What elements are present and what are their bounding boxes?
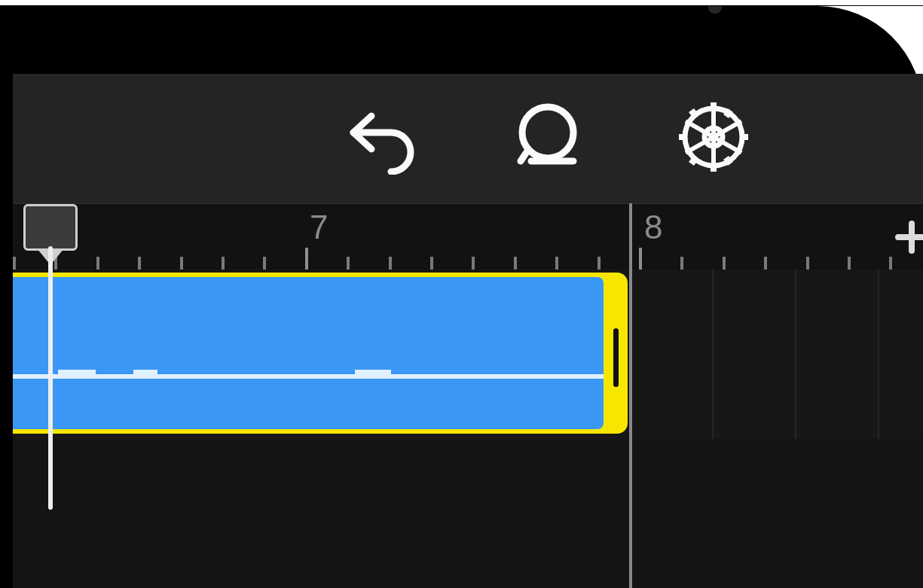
ruler-ticks [13, 204, 923, 270]
ruler-tick-minor [430, 257, 433, 270]
ruler-tick-major [305, 248, 308, 270]
phone-bezel: 78 + [0, 6, 923, 588]
ruler-tick-minor [889, 257, 892, 270]
ruler-tick-minor [13, 257, 16, 270]
ruler-tick-minor [96, 257, 99, 270]
ruler-tick-minor [514, 257, 517, 270]
end-of-song-marker[interactable] [629, 203, 632, 588]
ruler-tick-minor [555, 257, 558, 270]
settings-button[interactable] [676, 101, 751, 176]
ruler-tick-minor [389, 257, 392, 270]
ruler-tick-major [639, 248, 642, 270]
ruler-tick-minor [263, 257, 266, 270]
audio-region-body[interactable] [13, 277, 604, 429]
loop-icon [510, 99, 585, 178]
bar-number-label: 8 [644, 209, 662, 246]
playhead[interactable] [48, 204, 53, 505]
notch [708, 6, 722, 14]
toolbar [13, 74, 923, 203]
ruler-tick-minor [764, 257, 767, 270]
waveform-peak [355, 370, 367, 379]
ruler-tick-minor [347, 257, 350, 270]
ruler-tick-minor [222, 257, 225, 270]
waveform-icon [13, 374, 604, 379]
ruler-tick-minor [806, 257, 809, 270]
svg-point-0 [522, 107, 573, 158]
waveform-peak [145, 370, 157, 379]
waveform-peak [379, 370, 391, 379]
loop-button[interactable] [510, 101, 585, 176]
ruler-tick-minor [598, 257, 601, 270]
ruler-tick-minor [472, 257, 475, 270]
waveform-peak [84, 370, 96, 379]
playhead-line[interactable] [48, 246, 53, 510]
empty-tracks-area[interactable] [13, 439, 923, 588]
playhead-handle[interactable] [23, 204, 78, 251]
track-row[interactable] [13, 270, 923, 440]
gear-icon [676, 99, 751, 178]
ruler-tick-minor [723, 257, 726, 270]
waveform-peak [367, 370, 379, 379]
ruler-tick-minor [138, 257, 141, 270]
clip-right-handle[interactable] [613, 328, 619, 387]
undo-button[interactable] [344, 101, 420, 176]
device-frame: 78 + [0, 0, 923, 588]
audio-region[interactable] [13, 273, 628, 434]
toolbar-icons [344, 101, 751, 176]
ruler-tick-minor [180, 257, 183, 270]
app-screen: 78 + [13, 74, 923, 588]
ruler-tick-minor [680, 257, 683, 270]
zoom-in-button[interactable]: + [893, 218, 923, 256]
bar-number-label: 7 [310, 209, 328, 246]
timeline-ruler[interactable]: 78 + [13, 203, 923, 271]
tracks-area[interactable] [13, 270, 923, 588]
ruler-tick-minor [848, 257, 851, 270]
undo-icon [344, 99, 420, 178]
